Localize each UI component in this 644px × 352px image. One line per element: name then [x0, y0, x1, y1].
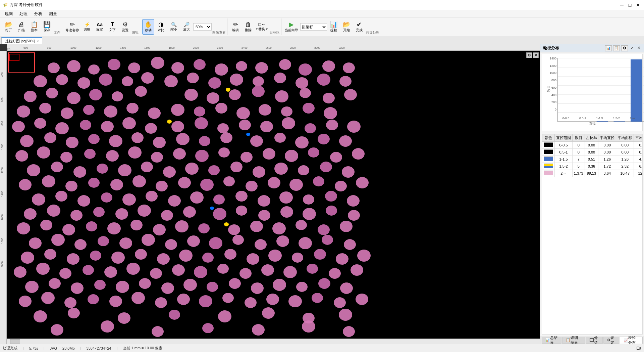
mark-button[interactable]: Aa 标定	[94, 19, 106, 35]
image-view[interactable]: 600 800 1000 1200 1400 1600 1800 2000 22…	[0, 44, 540, 344]
svg-point-246	[36, 263, 50, 275]
panel-close-button[interactable]: ✕	[636, 45, 641, 51]
svg-point-216	[74, 239, 87, 250]
target-group-label: 目标区	[270, 31, 280, 35]
crop-select[interactable]: 甜菜籽	[300, 23, 327, 31]
row-color-2	[542, 149, 555, 156]
close-button[interactable]: ✕	[635, 2, 641, 8]
svg-text:3000: 3000	[314, 46, 320, 49]
tab-classify[interactable]: 🔲 分类	[586, 337, 603, 344]
tab-summary[interactable]: 📊 总结果	[542, 337, 561, 344]
edit-group-label: 编辑	[132, 31, 139, 35]
svg-point-88	[34, 118, 46, 129]
svg-point-248	[83, 265, 94, 275]
run-button[interactable]: ▶ 当前向导	[283, 19, 300, 35]
svg-point-127	[173, 148, 186, 160]
panel-chart-icon-btn[interactable]: 📊	[605, 45, 612, 51]
svg-point-296	[218, 310, 231, 322]
zoomout-button[interactable]: 🔍 缩小	[168, 19, 180, 35]
scroll-thumb[interactable]	[10, 339, 20, 344]
svg-point-186	[115, 208, 128, 220]
svg-point-305	[302, 320, 315, 333]
svg-point-138	[73, 166, 86, 178]
row-avga-3: 1.26	[616, 156, 634, 163]
tab-settings[interactable]: ⚙ 设定	[603, 337, 619, 344]
modify-name-icon: ✏	[70, 21, 75, 28]
panel-settings-icon-btn[interactable]: ⚙	[621, 45, 628, 51]
y-label-1000: 1000	[550, 71, 556, 75]
open-button[interactable]: 📂 打开	[3, 19, 15, 35]
svg-point-241	[292, 253, 303, 263]
setup-button[interactable]: ⚙ 设置	[119, 19, 131, 35]
row-range-2: 0.5-1	[555, 149, 573, 156]
setup-icon: ⚙	[122, 21, 128, 28]
panel-view-close[interactable]: ✕	[533, 52, 539, 58]
svg-point-103	[347, 121, 361, 133]
svg-point-265	[116, 281, 129, 293]
svg-point-55	[317, 74, 330, 86]
image-tab-close[interactable]: ×	[37, 39, 39, 43]
copy-button[interactable]: 📋 副本	[28, 19, 40, 35]
delete-target-button[interactable]: 🗑 删除	[242, 19, 254, 35]
zoomin-button[interactable]: 🔎 放大	[180, 19, 193, 35]
y-label-800: 800	[551, 79, 556, 82]
svg-point-184	[70, 210, 83, 221]
zoom-select[interactable]: 25% 50% 75% 100% 150% 200%	[193, 23, 212, 31]
panel-list-icon-btn[interactable]: 📋	[613, 45, 620, 51]
tab-detail[interactable]: 📋 详细结果	[562, 337, 585, 344]
svg-point-163	[289, 179, 303, 191]
edit-target-button[interactable]: ✏ 编辑	[229, 19, 241, 35]
tab-detail-label: 详细结果	[571, 335, 581, 345]
svg-point-137	[51, 162, 63, 172]
corner-label: Ea	[636, 346, 641, 351]
tab-bar: 拣粒好图.jpg[50%] ×	[0, 36, 644, 44]
svg-point-27	[48, 62, 60, 73]
tab-distribution[interactable]: 📈 粒径分布	[620, 337, 643, 344]
adjust-button[interactable]: ⚡ 调整	[81, 19, 93, 35]
save-icon: 💾	[43, 21, 51, 28]
panel-view-settings[interactable]: ⚙	[526, 52, 532, 58]
image-tab[interactable]: 拣粒好图.jpg[50%] ×	[1, 37, 42, 44]
contrast-button[interactable]: ◑ 对比	[155, 19, 167, 35]
status-dimensions: 3584×2734×24	[87, 346, 111, 350]
svg-point-214	[29, 237, 42, 249]
text-label: 文字	[109, 28, 116, 32]
menu-item-measure[interactable]: 测量	[46, 10, 60, 17]
row-pct-1: 0.00	[585, 142, 598, 149]
modify-name-button[interactable]: ✏ 修改名称	[64, 19, 80, 35]
svg-point-162	[268, 177, 280, 188]
svg-point-102	[326, 120, 338, 130]
move-button[interactable]: ✋ 移动	[142, 19, 154, 35]
tab-classify-icon: 🔲	[589, 338, 594, 342]
start-button[interactable]: 📂 开始	[340, 19, 353, 35]
minimize-button[interactable]: ─	[619, 2, 625, 8]
svg-point-106	[66, 137, 78, 148]
finish-button[interactable]: ✔ 完成	[353, 19, 365, 35]
text-button[interactable]: T 文字	[106, 19, 118, 35]
svg-point-275	[340, 282, 353, 294]
svg-point-282	[155, 297, 167, 308]
svg-point-256	[261, 264, 274, 276]
svg-point-149	[320, 162, 332, 172]
count-button[interactable]: 📊 提粒	[328, 19, 340, 35]
save-button[interactable]: 💾 保存	[41, 19, 53, 35]
replace-button[interactable]: □↔ □替换 ▾	[255, 19, 269, 35]
scan-button[interactable]: 🖨 扫描	[15, 19, 28, 35]
row-avga-5: 10.47	[616, 170, 634, 177]
particles-canvas[interactable]	[7, 51, 540, 344]
svg-point-239	[247, 253, 259, 265]
panel-float-button[interactable]: ⤢	[629, 45, 635, 51]
horizontal-scrollbar[interactable]	[7, 339, 540, 344]
menu-item-process[interactable]: 处理	[16, 10, 31, 17]
maximize-button[interactable]: □	[627, 2, 633, 8]
row-avga-1: 0.00	[616, 142, 634, 149]
svg-rect-319	[631, 59, 642, 122]
svg-point-61	[112, 91, 123, 101]
menu-item-analyze[interactable]: 分析	[31, 10, 46, 17]
row-range-5: 2-∞	[555, 170, 573, 177]
svg-point-50	[208, 77, 221, 89]
minimap	[8, 52, 35, 73]
row-count-1: 0	[573, 142, 585, 149]
menu-item-rules[interactable]: 规则	[1, 10, 16, 17]
svg-rect-16	[0, 51, 6, 344]
